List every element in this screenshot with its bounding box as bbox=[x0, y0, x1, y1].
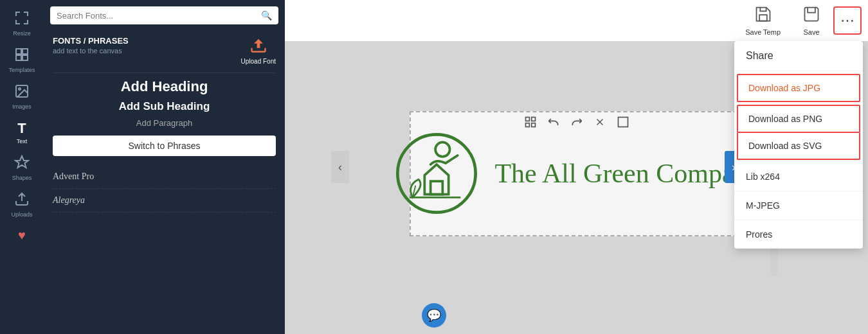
save-temp-label: Save Temp bbox=[745, 28, 781, 36]
favorites-icon: ♥ bbox=[18, 228, 26, 243]
svg-rect-3 bbox=[23, 55, 28, 60]
panel-header: FONTS / PHRASES add text to the canvas U… bbox=[44, 31, 285, 67]
grid-tool-button[interactable] bbox=[521, 112, 540, 132]
undo-button[interactable] bbox=[544, 112, 563, 132]
svg-point-15 bbox=[436, 142, 450, 156]
svg-rect-1 bbox=[23, 49, 28, 54]
save-label: Save bbox=[803, 28, 819, 36]
switch-to-phrases-button[interactable]: Switch to Phrases bbox=[53, 136, 276, 156]
sidebar-item-favorites[interactable]: ♥ bbox=[0, 223, 44, 249]
panel-subtitle: add text to the canvas bbox=[53, 47, 129, 55]
resize-icon bbox=[14, 10, 30, 29]
upload-icon bbox=[249, 36, 267, 58]
logo-content: The All Green Company bbox=[379, 116, 773, 231]
font-item-alegreya[interactable]: Alegreya bbox=[53, 189, 276, 213]
svg-rect-2 bbox=[16, 55, 21, 60]
dropdown-item-download-jpg[interactable]: Download as JPG bbox=[737, 74, 860, 102]
font-item-advent-pro[interactable]: Advent Pro bbox=[53, 165, 276, 189]
sidebar-item-shapes[interactable]: Shapes bbox=[0, 150, 44, 186]
text-icon: T bbox=[17, 120, 26, 137]
save-temp-button[interactable]: Save Temp bbox=[736, 1, 790, 40]
panel-title: FONTS / PHRASES bbox=[53, 36, 129, 46]
svg-point-5 bbox=[19, 88, 21, 90]
svg-rect-8 bbox=[531, 118, 535, 121]
images-icon bbox=[14, 84, 30, 102]
chat-button[interactable]: 💬 bbox=[422, 303, 446, 328]
templates-label: Templates bbox=[8, 67, 35, 73]
chat-icon: 💬 bbox=[427, 308, 441, 322]
left-sidebar: Resize Templates Images T Text Shapes bbox=[0, 0, 44, 334]
fonts-panel: 🔍 FONTS / PHRASES add text to the canvas… bbox=[44, 0, 285, 334]
logo-text: The All Green Company bbox=[494, 158, 761, 189]
top-header: Save Temp Save ⋯ bbox=[285, 0, 868, 41]
main-canvas-area: Save Temp Save ⋯ ‹ bbox=[285, 0, 868, 334]
sidebar-item-uploads[interactable]: Uploads bbox=[0, 186, 44, 223]
upload-font-label: Upload Font bbox=[241, 58, 276, 65]
more-icon: ⋯ bbox=[840, 12, 855, 29]
resize-label: Resize bbox=[13, 30, 31, 37]
shapes-icon bbox=[14, 155, 30, 173]
logo-icon bbox=[392, 128, 482, 218]
redo-button[interactable] bbox=[567, 112, 586, 132]
dropdown-item-m-jpeg[interactable]: M-JPEG bbox=[734, 191, 863, 220]
svg-rect-13 bbox=[618, 118, 628, 127]
dropdown-menu: Share Download as JPG Download as PNG Do… bbox=[734, 41, 863, 249]
add-paragraph-button[interactable]: Add Paragraph bbox=[53, 118, 276, 128]
search-bar: 🔍 bbox=[50, 6, 278, 24]
arrow-left-icon: ‹ bbox=[338, 161, 342, 174]
shapes-label: Shapes bbox=[12, 175, 32, 181]
more-options-button[interactable]: ⋯ bbox=[833, 6, 862, 35]
save-button[interactable]: Save bbox=[792, 1, 831, 40]
fullscreen-button[interactable] bbox=[613, 112, 633, 132]
sidebar-item-templates[interactable]: Templates bbox=[0, 42, 44, 78]
save-icon bbox=[802, 5, 820, 27]
text-options: Add Heading Add Sub Heading Add Paragrap… bbox=[44, 78, 285, 165]
uploads-icon bbox=[14, 191, 30, 210]
text-label: Text bbox=[17, 138, 28, 145]
font-list: Advent Pro Alegreya bbox=[44, 165, 285, 213]
dropdown-item-lib-x264[interactable]: Lib x264 bbox=[734, 163, 863, 191]
svg-rect-16 bbox=[431, 181, 443, 195]
dropdown-item-download-svg[interactable]: Download as SVG bbox=[737, 133, 860, 160]
sidebar-item-resize[interactable]: Resize bbox=[0, 5, 44, 42]
canvas-arrow-left[interactable]: ‹ bbox=[331, 151, 349, 183]
sidebar-item-images[interactable]: Images bbox=[0, 78, 44, 115]
upload-font-button[interactable]: Upload Font bbox=[241, 36, 276, 65]
templates-icon bbox=[14, 47, 30, 66]
svg-rect-9 bbox=[525, 123, 529, 127]
close-button[interactable] bbox=[590, 112, 610, 132]
add-subheading-button[interactable]: Add Sub Heading bbox=[53, 100, 276, 113]
dropdown-item-download-png[interactable]: Download as PNG bbox=[737, 105, 860, 133]
dropdown-item-share[interactable]: Share bbox=[734, 41, 863, 71]
search-icon[interactable]: 🔍 bbox=[261, 10, 272, 21]
add-heading-button[interactable]: Add Heading bbox=[53, 78, 276, 95]
save-temp-icon bbox=[754, 5, 772, 27]
svg-rect-10 bbox=[531, 123, 535, 127]
dropdown-item-prores[interactable]: Prores bbox=[734, 220, 863, 249]
canvas-toolbar bbox=[521, 112, 633, 132]
svg-rect-7 bbox=[525, 118, 529, 121]
panel-title-block: FONTS / PHRASES add text to the canvas bbox=[53, 36, 129, 55]
panel-divider bbox=[53, 73, 276, 73]
images-label: Images bbox=[12, 103, 32, 110]
search-input[interactable] bbox=[57, 11, 261, 21]
sidebar-item-text[interactable]: T Text bbox=[0, 115, 44, 150]
svg-rect-0 bbox=[16, 49, 21, 54]
uploads-label: Uploads bbox=[11, 211, 32, 218]
